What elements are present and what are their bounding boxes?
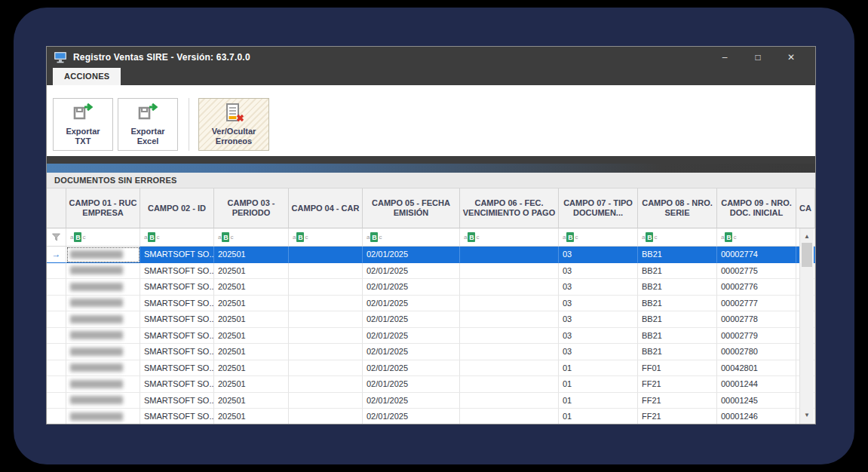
grid-cell-car[interactable] xyxy=(289,393,363,409)
grid-cell-periodo[interactable]: 202501 xyxy=(214,376,289,393)
grid-cell-fec_vencimiento[interactable] xyxy=(460,263,559,280)
grid-cell-car[interactable] xyxy=(289,247,363,263)
grid-cell-fec_vencimiento[interactable] xyxy=(460,393,559,409)
grid-cell-ruc[interactable] xyxy=(66,311,140,328)
grid-cell-id[interactable]: SMARTSOFT SO... xyxy=(140,247,214,263)
grid-cell-id[interactable]: SMARTSOFT SO... xyxy=(140,328,214,345)
grid-cell-tipo_doc[interactable]: 03 xyxy=(559,344,638,360)
table-row[interactable]: SMARTSOFT SO...20250102/01/202503BB21000… xyxy=(47,263,815,280)
table-row[interactable]: SMARTSOFT SO...20250102/01/202501FF01000… xyxy=(47,360,815,377)
grid-cell-fecha_emision[interactable]: 02/01/2025 xyxy=(363,344,460,360)
table-row[interactable]: SMARTSOFT SO...20250102/01/202501FF21000… xyxy=(47,409,815,424)
exportar-txt-button[interactable]: ExportarTXT xyxy=(53,98,113,151)
column-header-id[interactable]: CAMPO 02 - ID xyxy=(140,188,214,228)
grid-cell-fecha_emision[interactable]: 02/01/2025 xyxy=(363,247,460,263)
grid-cell-periodo[interactable]: 202501 xyxy=(214,409,289,424)
table-row[interactable]: SMARTSOFT SO...20250102/01/202501FF21000… xyxy=(47,393,815,409)
tab-acciones[interactable]: ACCIONES xyxy=(53,68,121,85)
grid-cell-fec_vencimiento[interactable] xyxy=(460,247,559,263)
grid-cell-fec_vencimiento[interactable] xyxy=(460,296,559,312)
grid-cell-fec_vencimiento[interactable] xyxy=(460,344,559,360)
filter-cell-ruc[interactable]: aBc xyxy=(66,228,140,247)
grid-cell-nro_doc_inicial[interactable]: 00002775 xyxy=(717,263,796,280)
grid-cell-tipo_doc[interactable]: 03 xyxy=(559,311,638,328)
table-row[interactable]: →SMARTSOFT SO...20250102/01/202503BB2100… xyxy=(47,247,815,263)
grid-cell-nro_serie[interactable]: BB21 xyxy=(638,279,717,296)
grid-cell-nro_serie[interactable]: BB21 xyxy=(638,296,717,312)
grid-cell-fecha_emision[interactable]: 02/01/2025 xyxy=(363,328,460,345)
grid-cell-ruc[interactable] xyxy=(66,328,140,345)
grid-cell-car[interactable] xyxy=(289,263,363,280)
grid-cell-ruc[interactable] xyxy=(66,247,140,263)
grid-cell-tipo_doc[interactable]: 03 xyxy=(559,247,638,263)
table-row[interactable]: SMARTSOFT SO...20250102/01/202503BB21000… xyxy=(47,328,815,345)
scrollbar-thumb[interactable] xyxy=(802,243,812,267)
grid-cell-nro_doc_inicial[interactable]: 00002776 xyxy=(717,279,796,296)
grid-cell-nro_doc_inicial[interactable]: 00001246 xyxy=(717,409,796,424)
grid-cell-car[interactable] xyxy=(289,296,363,312)
grid-cell-car[interactable] xyxy=(289,328,363,345)
grid-cell-fecha_emision[interactable]: 02/01/2025 xyxy=(363,376,460,393)
column-header-tipo_doc[interactable]: CAMPO 07 - TIPO DOCUMEN... xyxy=(559,188,638,228)
grid-cell-nro_serie[interactable]: FF21 xyxy=(638,409,717,424)
grid-cell-periodo[interactable]: 202501 xyxy=(214,360,289,377)
grid-cell-periodo[interactable]: 202501 xyxy=(214,296,289,312)
grid-cell-nro_doc_inicial[interactable]: 00002778 xyxy=(717,311,796,328)
column-header-ruc[interactable]: CAMPO 01 - RUC EMPRESA xyxy=(66,188,140,228)
grid-cell-fec_vencimiento[interactable] xyxy=(460,360,559,377)
grid-cell-fecha_emision[interactable]: 02/01/2025 xyxy=(363,279,460,296)
scroll-up-icon[interactable]: ▲ xyxy=(800,230,814,242)
grid-cell-nro_doc_inicial[interactable]: 00001244 xyxy=(717,376,796,393)
grid-cell-periodo[interactable]: 202501 xyxy=(214,328,289,345)
grid-cell-id[interactable]: SMARTSOFT SO... xyxy=(140,296,214,312)
grid-cell-nro_serie[interactable]: BB21 xyxy=(638,247,717,263)
grid-cell-nro_doc_inicial[interactable]: 00002777 xyxy=(717,296,796,312)
column-header-car[interactable]: CAMPO 04 - CAR xyxy=(289,188,363,228)
grid-cell-nro_doc_inicial[interactable]: 00001245 xyxy=(717,393,796,409)
filter-cell-nro_serie[interactable]: aBc xyxy=(638,228,717,247)
exportar-excel-button[interactable]: ExportarExcel xyxy=(118,98,178,151)
column-header-periodo[interactable]: CAMPO 03 - PERIODO xyxy=(214,188,289,228)
grid-cell-periodo[interactable]: 202501 xyxy=(214,263,289,280)
grid-cell-nro_doc_inicial[interactable]: 00002774 xyxy=(717,247,796,263)
grid-cell-fec_vencimiento[interactable] xyxy=(460,376,559,393)
grid-cell-ruc[interactable] xyxy=(66,393,140,409)
table-row[interactable]: SMARTSOFT SO...20250102/01/202503BB21000… xyxy=(47,344,815,360)
grid-cell-ruc[interactable] xyxy=(66,376,140,393)
vertical-scrollbar[interactable]: ▲ ▼ xyxy=(799,228,814,424)
grid-cell-nro_doc_inicial[interactable]: 00042801 xyxy=(717,360,796,377)
grid-cell-car[interactable] xyxy=(289,376,363,393)
grid-cell-tipo_doc[interactable]: 03 xyxy=(559,279,638,296)
grid-cell-id[interactable]: SMARTSOFT SO... xyxy=(140,409,214,424)
grid-cell-fecha_emision[interactable]: 02/01/2025 xyxy=(363,393,460,409)
column-header-fec_vencimiento[interactable]: CAMPO 06 - FEC. VENCIMIENTO O PAGO xyxy=(460,188,559,228)
grid-cell-car[interactable] xyxy=(289,311,363,328)
grid-cell-fec_vencimiento[interactable] xyxy=(460,328,559,345)
grid-cell-nro_serie[interactable]: FF21 xyxy=(638,393,717,409)
grid-cell-periodo[interactable]: 202501 xyxy=(214,344,289,360)
table-row[interactable]: SMARTSOFT SO...20250102/01/202503BB21000… xyxy=(47,279,815,296)
grid-cell-tipo_doc[interactable]: 01 xyxy=(559,393,638,409)
table-row[interactable]: SMARTSOFT SO...20250102/01/202501FF21000… xyxy=(47,376,815,393)
grid-cell-ruc[interactable] xyxy=(66,296,140,312)
grid-cell-ruc[interactable] xyxy=(66,360,140,377)
filter-cell-car[interactable]: aBc xyxy=(289,228,363,247)
grid-cell-id[interactable]: SMARTSOFT SO... xyxy=(140,376,214,393)
grid-cell-car[interactable] xyxy=(289,344,363,360)
grid-cell-id[interactable]: SMARTSOFT SO... xyxy=(140,344,214,360)
table-row[interactable]: SMARTSOFT SO...20250102/01/202503BB21000… xyxy=(47,311,815,328)
grid-cell-nro_serie[interactable]: FF01 xyxy=(638,360,717,377)
grid-cell-nro_serie[interactable]: BB21 xyxy=(638,311,717,328)
grid-cell-periodo[interactable]: 202501 xyxy=(214,393,289,409)
filter-cell-tipo_doc[interactable]: aBc xyxy=(559,228,638,247)
grid-cell-ruc[interactable] xyxy=(66,263,140,280)
grid-cell-fecha_emision[interactable]: 02/01/2025 xyxy=(363,409,460,424)
grid-cell-periodo[interactable]: 202501 xyxy=(214,247,289,263)
column-header-nro_serie[interactable]: CAMPO 08 - NRO. SERIE xyxy=(638,188,717,228)
grid-cell-fecha_emision[interactable]: 02/01/2025 xyxy=(363,263,460,280)
filter-cell-nro_doc_inicial[interactable]: aBc xyxy=(717,228,796,247)
filter-cell-periodo[interactable]: aBc xyxy=(214,228,289,247)
grid-cell-periodo[interactable]: 202501 xyxy=(214,279,289,296)
grid-cell-tipo_doc[interactable]: 01 xyxy=(559,360,638,377)
filter-cell-fec_vencimiento[interactable]: aBc xyxy=(460,228,559,247)
